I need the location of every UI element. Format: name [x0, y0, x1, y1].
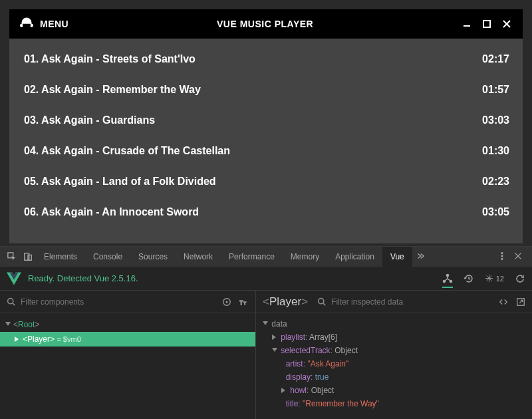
tabs-overflow-button[interactable]	[412, 251, 428, 263]
devtools-tab-vue[interactable]: Vue	[382, 247, 412, 267]
devtools-tab-network[interactable]: Network	[176, 247, 221, 267]
component-tree: <Root> <Player> = $vm0	[0, 313, 255, 350]
svg-marker-27	[272, 335, 276, 340]
history-icon[interactable]	[464, 273, 474, 284]
headphones-icon	[20, 16, 33, 32]
svg-marker-21	[5, 322, 11, 326]
svg-point-15	[8, 299, 13, 304]
track-title: 02. Ask Again - Remember the Way	[24, 84, 201, 96]
svg-rect-1	[483, 21, 490, 27]
svg-text:T: T	[239, 299, 243, 305]
devtools-close-icon[interactable]	[513, 251, 523, 263]
state-pane: <Player> data playlist: Array[6] selecte…	[256, 291, 532, 419]
svg-point-23	[319, 299, 324, 304]
track-row[interactable]: 03. Ask Again - Guardians03:03	[9, 105, 523, 136]
devtools-tab-elements[interactable]: Elements	[36, 247, 85, 267]
svg-point-7	[501, 252, 503, 253]
track-title: 01. Ask Again - Streets of Sant'Ivo	[24, 53, 196, 65]
inspected-component-name: <Player>	[263, 295, 312, 309]
svg-point-18	[226, 301, 227, 303]
close-button[interactable]	[501, 19, 512, 29]
code-icon[interactable]	[499, 297, 508, 307]
search-icon	[7, 297, 15, 306]
devtools-tabs: ElementsConsoleSourcesNetworkPerformance…	[0, 247, 532, 267]
track-row[interactable]: 05. Ask Again - Land of a Folk Divided02…	[9, 166, 523, 197]
track-duration: 03:03	[482, 114, 509, 126]
track-duration: 01:30	[482, 145, 509, 157]
state-row[interactable]: howl: Object	[263, 384, 525, 397]
state-row[interactable]: title: "Remember the Way"	[263, 397, 525, 410]
frozen-count[interactable]: 12	[485, 274, 504, 283]
select-target-icon[interactable]	[222, 297, 231, 307]
devtools-panel: ElementsConsoleSourcesNetworkPerformance…	[0, 246, 532, 419]
format-icon[interactable]: TT	[239, 297, 249, 307]
devtools-tab-sources[interactable]: Sources	[130, 247, 176, 267]
svg-rect-6	[28, 255, 31, 260]
devtools-menu-icon[interactable]	[497, 251, 507, 263]
track-title: 04. Ask Again - Crusade of The Castellan	[24, 145, 230, 157]
vue-statusbar: Ready. Detected Vue 2.5.16. 12	[0, 267, 532, 291]
track-duration: 02:17	[482, 53, 509, 65]
component-tree-pane: TT <Root> <Player> = $vm0	[0, 291, 256, 419]
svg-point-9	[501, 258, 503, 259]
track-row[interactable]: 04. Ask Again - Crusade of The Castellan…	[9, 136, 523, 166]
devtools-tab-performance[interactable]: Performance	[221, 247, 283, 267]
svg-rect-5	[25, 253, 29, 261]
search-icon	[317, 297, 326, 306]
tree-player[interactable]: <Player> = $vm0	[0, 332, 255, 347]
vue-status-text: Ready. Detected Vue 2.5.16.	[28, 273, 138, 283]
svg-line-24	[323, 303, 325, 305]
window-controls	[462, 19, 512, 29]
filter-components-input[interactable]	[21, 297, 217, 307]
svg-text:T: T	[243, 300, 246, 305]
track-row[interactable]: 01. Ask Again - Streets of Sant'Ivo02:17	[9, 44, 523, 74]
filter-state-input[interactable]	[331, 297, 493, 307]
devtools-tab-console[interactable]: Console	[85, 247, 130, 267]
track-title: 06. Ask Again - An Innocent Sword	[24, 206, 199, 218]
state-row[interactable]: playlist: Array[6]	[263, 331, 525, 344]
track-title: 05. Ask Again - Land of a Folk Divided	[24, 176, 216, 188]
svg-line-16	[13, 303, 15, 305]
titlebar: MENU VUE MUSIC PLAYER	[9, 9, 523, 39]
components-tab-icon[interactable]	[442, 273, 453, 288]
track-row[interactable]: 02. Ask Again - Remember the Way01:57	[9, 74, 523, 105]
svg-marker-26	[263, 321, 268, 325]
refresh-icon[interactable]	[515, 273, 525, 284]
state-section-data[interactable]: data	[271, 319, 287, 329]
svg-marker-22	[15, 337, 19, 342]
open-external-icon[interactable]	[516, 297, 525, 307]
track-row[interactable]: 06. Ask Again - An Innocent Sword03:05	[9, 197, 523, 227]
device-toggle-icon[interactable]	[20, 252, 36, 261]
svg-point-8	[501, 255, 503, 256]
inspect-element-icon[interactable]	[4, 252, 20, 261]
state-tree: data playlist: Array[6] selectedTrack: O…	[256, 313, 532, 414]
playlist: 01. Ask Again - Streets of Sant'Ivo02:17…	[9, 39, 523, 243]
tree-root[interactable]: <Root>	[0, 317, 255, 332]
state-row[interactable]: display: true	[263, 370, 525, 384]
state-row[interactable]: selectedTrack: Object	[263, 344, 525, 357]
maximize-button[interactable]	[481, 19, 492, 29]
app-title: VUE MUSIC PLAYER	[68, 19, 462, 29]
track-duration: 02:23	[482, 176, 509, 188]
svg-marker-28	[272, 348, 277, 352]
vue-logo-icon	[7, 271, 21, 286]
menu-button[interactable]: MENU	[40, 19, 68, 29]
svg-marker-29	[281, 388, 285, 393]
minimize-button[interactable]	[462, 19, 472, 29]
music-player-window: MENU VUE MUSIC PLAYER 01. Ask Again - St…	[9, 9, 523, 243]
devtools-tab-memory[interactable]: Memory	[283, 247, 327, 267]
track-title: 03. Ask Again - Guardians	[24, 114, 155, 126]
titlebar-left: MENU	[20, 16, 68, 32]
devtools-tab-application[interactable]: Application	[327, 247, 382, 267]
state-row[interactable]: artist: "Ask Again"	[263, 357, 525, 370]
track-duration: 03:05	[482, 206, 509, 218]
track-duration: 01:57	[482, 84, 509, 96]
